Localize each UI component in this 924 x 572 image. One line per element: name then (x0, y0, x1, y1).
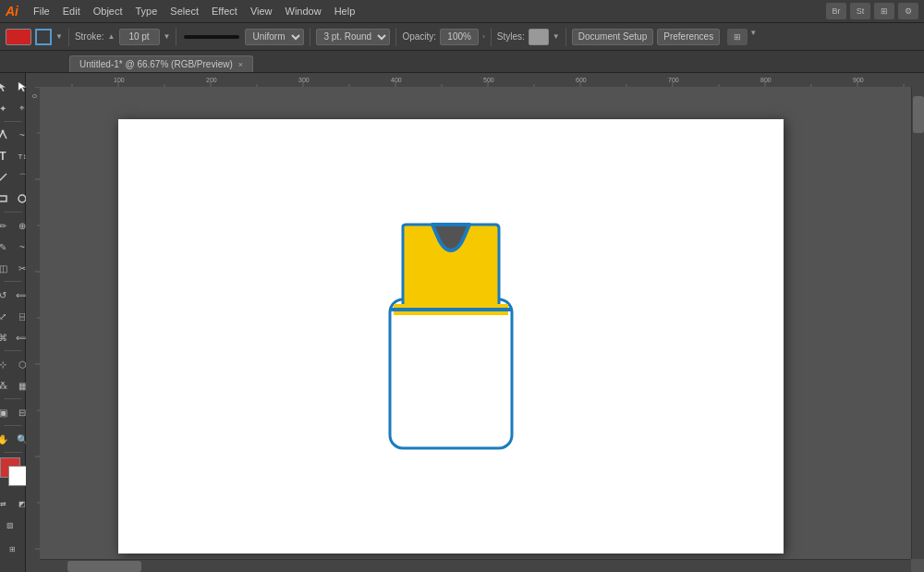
styles-swatch[interactable] (529, 29, 549, 45)
gradient-mode-button[interactable]: ▨ (1, 515, 19, 535)
vertical-scrollbar[interactable] (911, 87, 924, 559)
ruler-horizontal: 0 100 200 300 400 500 600 700 800 900 (26, 73, 924, 87)
separator-7 (4, 452, 22, 453)
tab-bar: Untitled-1* @ 66.67% (RGB/Preview) × (0, 51, 924, 73)
separator-5 (4, 398, 22, 399)
app-logo: Ai (6, 4, 18, 18)
svg-text:0: 0 (31, 94, 38, 98)
svg-text:400: 400 (391, 77, 402, 83)
symbol-sprayer-tool[interactable]: ⁂ (0, 375, 12, 396)
artboard (118, 119, 784, 554)
rect-tool[interactable] (0, 189, 12, 209)
svg-rect-4 (26, 73, 924, 87)
screen-mode-button[interactable]: ⊞ (4, 539, 22, 559)
opacity-label: Opacity: (402, 31, 436, 42)
illustration (386, 221, 516, 452)
sync-button[interactable]: ⚙ (898, 3, 918, 19)
menu-view[interactable]: View (245, 4, 278, 18)
line-tool[interactable] (0, 167, 12, 188)
svg-text:500: 500 (483, 77, 494, 83)
svg-rect-35 (26, 87, 40, 572)
tab-close-button[interactable]: × (238, 60, 243, 69)
main-area: ✦ ⌖ ~ T T↕ ⌒ (0, 73, 924, 572)
type-tool[interactable]: T (0, 146, 12, 166)
left-toolbar: ✦ ⌖ ~ T T↕ ⌒ (0, 73, 26, 572)
svg-point-3 (18, 195, 26, 202)
preferences-button[interactable]: Preferences (657, 29, 720, 45)
menu-effect[interactable]: Effect (206, 4, 243, 18)
horizontal-scrollbar[interactable] (40, 559, 911, 572)
pencil-tool[interactable]: ✎ (0, 237, 12, 257)
ruler-corner (26, 73, 40, 87)
svg-text:800: 800 (760, 77, 772, 83)
separator-1 (4, 121, 22, 122)
rotate-tool[interactable]: ↺ (0, 285, 12, 305)
separator-4 (4, 350, 22, 351)
divider-3 (310, 28, 310, 46)
menu-bar-right-icons: Br St ⊞ ⚙ (826, 3, 918, 19)
menu-type[interactable]: Type (130, 4, 164, 18)
paintbrush-tool[interactable]: ✏ (0, 215, 12, 236)
menu-window[interactable]: Window (280, 4, 327, 18)
menu-edit[interactable]: Edit (57, 4, 86, 18)
warp-tool[interactable]: ⌘ (0, 327, 12, 347)
stock-button[interactable]: St (850, 3, 870, 19)
bridge-button[interactable]: Br (826, 3, 846, 19)
menu-help[interactable]: Help (329, 4, 361, 18)
stroke-up-arrow[interactable]: ▲ (108, 32, 116, 41)
svg-rect-2 (0, 196, 6, 201)
svg-point-0 (2, 130, 5, 133)
divider-2 (176, 28, 176, 46)
tab-title: Untitled-1* @ 66.67% (RGB/Preview) (79, 59, 233, 69)
stroke-value-input[interactable] (119, 29, 160, 45)
selection-tool[interactable] (0, 77, 12, 97)
swap-colors-button[interactable]: ⇄ (0, 493, 12, 514)
opacity-more[interactable]: › (482, 32, 485, 41)
swatch-arrow[interactable]: ▼ (55, 32, 63, 41)
artboard-tool[interactable]: ▣ (0, 402, 12, 422)
hand-tool[interactable]: ✋ (0, 429, 12, 449)
stroke-uniform-select[interactable]: Uniform (245, 29, 304, 45)
canvas-area[interactable]: 0 100 200 300 400 500 600 700 800 900 (26, 73, 924, 572)
vertical-scrollbar-thumb[interactable] (913, 96, 924, 133)
menu-select[interactable]: Select (164, 4, 204, 18)
menu-file[interactable]: File (28, 4, 55, 18)
magic-wand-tool[interactable]: ✦ (0, 98, 12, 118)
menu-bar: Ai File Edit Object Type Select Effect V… (0, 0, 924, 23)
horizontal-scrollbar-thumb[interactable] (67, 561, 141, 572)
divider-6 (565, 28, 566, 46)
options-bar: ▼ Stroke: ▲ ▼ Uniform 3 pt. Round Opacit… (0, 23, 924, 51)
pen-tool[interactable] (0, 125, 12, 145)
divider-1 (68, 28, 69, 46)
styles-label: Styles: (497, 31, 525, 42)
separator-2 (4, 212, 22, 213)
separator-3 (4, 281, 22, 282)
svg-text:700: 700 (668, 77, 679, 83)
doc-setup-button[interactable]: Document Setup (572, 29, 654, 45)
stroke-swatch[interactable] (35, 29, 52, 45)
arrange-arrow[interactable]: ▼ (749, 29, 757, 45)
svg-text:100: 100 (114, 77, 125, 83)
svg-line-1 (0, 174, 6, 181)
stroke-cap-select[interactable]: 3 pt. Round (316, 29, 390, 45)
divider-5 (491, 28, 492, 46)
arrange-icon[interactable]: ⊞ (727, 29, 748, 45)
ruler-vertical: 0 (26, 87, 40, 572)
scale-tool[interactable]: ⤢ (0, 306, 12, 326)
divider-4 (395, 28, 396, 46)
opacity-input[interactable] (440, 29, 479, 45)
zoom-status (40, 560, 42, 572)
svg-rect-48 (390, 299, 512, 448)
stroke-label: Stroke: (75, 31, 104, 42)
eraser-tool[interactable]: ◫ (0, 258, 12, 278)
free-transform-tool[interactable]: ⊹ (0, 354, 12, 374)
stroke-down-arrow[interactable]: ▼ (164, 32, 171, 41)
styles-arrow[interactable]: ▼ (553, 32, 560, 41)
svg-text:200: 200 (206, 77, 217, 83)
stroke-preview (184, 35, 239, 39)
fill-swatch[interactable] (6, 29, 31, 45)
workspace-button[interactable]: ⊞ (874, 3, 894, 19)
menu-object[interactable]: Object (88, 4, 128, 18)
svg-text:600: 600 (576, 77, 587, 83)
document-tab[interactable]: Untitled-1* @ 66.67% (RGB/Preview) × (69, 55, 253, 72)
